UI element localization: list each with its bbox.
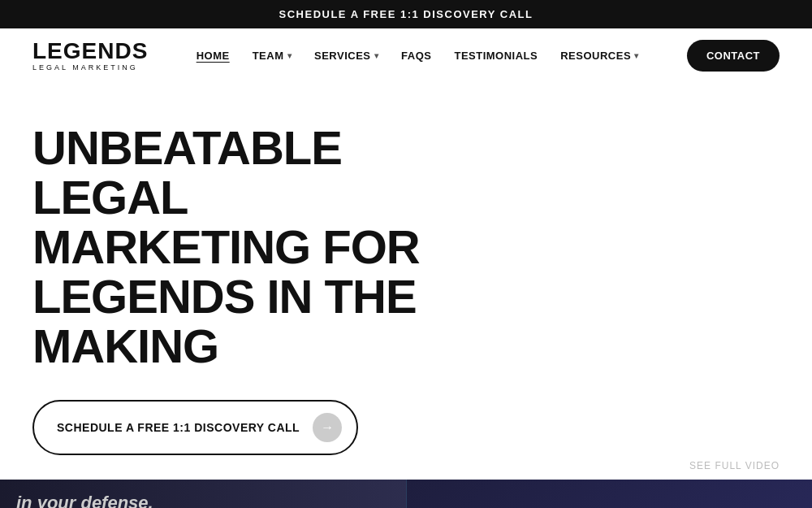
bottom-tagline-1: in your defense. bbox=[16, 493, 390, 508]
nav-item-resources[interactable]: RESOURCES ▾ bbox=[560, 50, 638, 62]
logo-sub-text: LEGAL MARKETING bbox=[32, 64, 148, 72]
hero-cta-button[interactable]: SCHEDULE A FREE 1:1 DISCOVERY CALL → bbox=[32, 400, 358, 455]
bottom-showcase: in your defense. your future. We all mak… bbox=[0, 480, 812, 508]
bottom-left-content: in your defense. your future. We all mak… bbox=[0, 480, 406, 508]
nav-item-team[interactable]: TEAM ▾ bbox=[253, 50, 292, 62]
hero-title: UNBEATABLE LEGAL MARKETING FOR LEGENDS I… bbox=[32, 124, 422, 371]
nav-item-home[interactable]: HOME bbox=[197, 50, 230, 62]
top-banner[interactable]: SCHEDULE A FREE 1:1 DISCOVERY CALL bbox=[0, 0, 812, 28]
chevron-down-icon: ▾ bbox=[634, 51, 639, 60]
header: LEGENDS LEGAL MARKETING HOME TEAM ▾ SERV… bbox=[0, 28, 812, 83]
nav-item-services[interactable]: SERVICES ▾ bbox=[314, 50, 378, 62]
hero-cta-text: SCHEDULE A FREE 1:1 DISCOVERY CALL bbox=[57, 421, 300, 434]
navigation: HOME TEAM ▾ SERVICES ▾ FAQS TESTIMONIALS… bbox=[197, 50, 639, 62]
banner-text: SCHEDULE A FREE 1:1 DISCOVERY CALL bbox=[279, 8, 533, 20]
hero-section: UNBEATABLE LEGAL MARKETING FOR LEGENDS I… bbox=[0, 83, 812, 480]
bottom-right-panel: Wh... bbox=[407, 480, 812, 508]
logo-main-text: LEGENDS bbox=[32, 40, 148, 63]
contact-button[interactable]: CONTACT bbox=[687, 40, 780, 72]
logo[interactable]: LEGENDS LEGAL MARKETING bbox=[32, 40, 148, 72]
chevron-down-icon: ▾ bbox=[287, 51, 292, 60]
nav-item-testimonials[interactable]: TESTIMONIALS bbox=[454, 50, 538, 62]
bottom-left-panel: in your defense. your future. We all mak… bbox=[0, 480, 406, 508]
chevron-down-icon: ▾ bbox=[374, 51, 379, 60]
arrow-right-icon: → bbox=[313, 413, 342, 442]
see-full-video-link[interactable]: SEE FULL VIDEO bbox=[689, 460, 780, 471]
nav-item-faqs[interactable]: FAQS bbox=[401, 50, 431, 62]
